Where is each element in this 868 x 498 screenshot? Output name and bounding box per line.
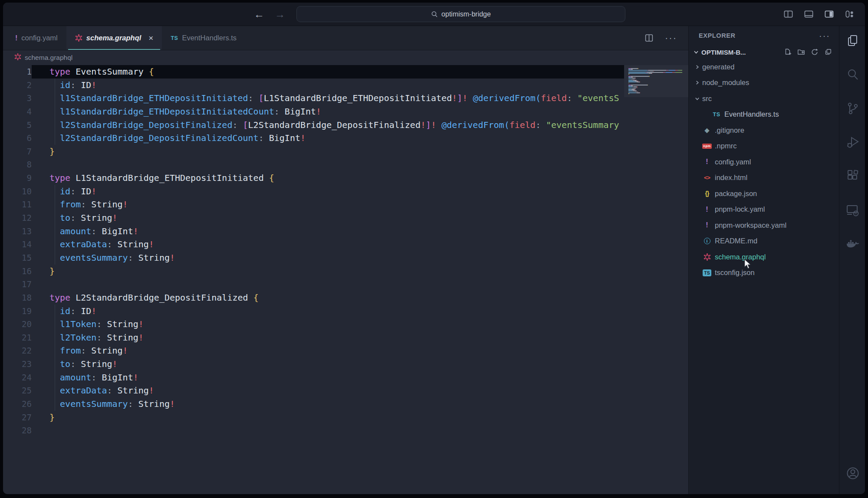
line-content: to: String! xyxy=(32,211,624,225)
minimap[interactable] xyxy=(624,65,688,494)
code-line-18[interactable]: 18type L2StandardBridge_DepositFinalized… xyxy=(3,291,688,305)
line-content: type EventsSummary { xyxy=(32,65,624,79)
indent-guide xyxy=(55,185,55,265)
refresh-explorer-icon[interactable] xyxy=(811,48,819,56)
file-README-md[interactable]: iREADME.md xyxy=(689,233,839,249)
code-line-10[interactable]: 10 id: ID! xyxy=(3,185,688,198)
forward-icon[interactable]: → xyxy=(275,9,285,20)
tab-config-yaml[interactable]: !config.yaml xyxy=(7,26,66,50)
docker-icon[interactable] xyxy=(845,237,860,251)
toggle-panel-icon[interactable] xyxy=(804,9,814,19)
source-control-icon[interactable] xyxy=(846,102,860,115)
editor-more-actions-icon[interactable]: ··· xyxy=(665,33,677,43)
line-content: } xyxy=(32,265,624,278)
workspace-section-header[interactable]: OPTIMISM-B... xyxy=(689,45,839,59)
code-line-2[interactable]: 2 id: ID! xyxy=(3,79,688,92)
code-line-1[interactable]: 1type EventsSummary { xyxy=(3,65,688,79)
code-line-11[interactable]: 11 from: String! xyxy=(3,198,688,211)
line-content: l2Token: String! xyxy=(32,331,624,344)
account-icon[interactable] xyxy=(845,465,861,481)
explorer-title: EXPLORER xyxy=(699,32,736,39)
item-label: pnpm-lock.yaml xyxy=(715,205,765,213)
breadcrumb[interactable]: schema.graphql xyxy=(3,50,688,65)
line-content: l1Token: String! xyxy=(32,318,624,331)
line-number: 28 xyxy=(3,424,32,437)
code-line-28[interactable]: 28 xyxy=(3,424,688,437)
explorer-more-actions-icon[interactable]: ··· xyxy=(819,31,830,40)
code-line-26[interactable]: 26 eventsSummary: String! xyxy=(3,397,688,411)
code-editor[interactable]: 1type EventsSummary {2 id: ID!3 l1Standa… xyxy=(3,65,688,494)
run-debug-icon[interactable] xyxy=(846,135,860,149)
tab-schema-graphql[interactable]: schema.graphql× xyxy=(66,26,162,50)
extensions-icon[interactable] xyxy=(846,169,860,183)
code-line-9[interactable]: 9type L1StandardBridge_ETHDepositInitiat… xyxy=(3,171,688,185)
graphql-icon xyxy=(14,53,21,60)
file-index-html[interactable]: <>index.html xyxy=(689,170,839,186)
code-line-12[interactable]: 12 to: String! xyxy=(3,211,688,225)
code-line-4[interactable]: 4 l1StandardBridge_ETHDepositInitiatedCo… xyxy=(3,105,688,118)
file-EventHandlers-ts[interactable]: TSEventHandlers.ts xyxy=(689,107,839,123)
code-line-13[interactable]: 13 amount: BigInt! xyxy=(3,225,688,238)
remote-explorer-icon[interactable] xyxy=(846,203,860,217)
code-line-6[interactable]: 6 l2StandardBridge_DepositFinalizedCount… xyxy=(3,131,688,145)
line-content xyxy=(32,158,624,171)
command-center-search[interactable]: optimism-bridge xyxy=(296,6,625,22)
line-content: amount: BigInt! xyxy=(32,225,624,238)
code-line-5[interactable]: 5 l2StandardBridge_DepositFinalized: [L2… xyxy=(3,118,688,132)
code-line-8[interactable]: 8 xyxy=(3,158,688,171)
line-number: 15 xyxy=(3,251,32,265)
new-file-icon[interactable] xyxy=(784,48,792,56)
code-line-21[interactable]: 21 l2Token: String! xyxy=(3,331,688,344)
code-line-19[interactable]: 19 id: ID! xyxy=(3,305,688,318)
line-number: 20 xyxy=(3,318,32,331)
line-content: } xyxy=(32,411,624,424)
line-content: id: ID! xyxy=(32,305,624,318)
code-line-15[interactable]: 15 eventsSummary: String! xyxy=(3,251,688,265)
code-line-7[interactable]: 7} xyxy=(3,145,688,158)
code-line-20[interactable]: 20 l1Token: String! xyxy=(3,318,688,331)
toggle-primary-sidebar-icon[interactable] xyxy=(783,9,793,19)
code-line-3[interactable]: 3 l1StandardBridge_ETHDepositInitiated: … xyxy=(3,92,688,105)
typescript-icon: TS xyxy=(171,35,178,41)
code-line-14[interactable]: 14 extraData: String! xyxy=(3,238,688,251)
folder-generated[interactable]: generated xyxy=(689,59,839,75)
tab-bar: !config.yaml schema.graphql×TSEventHandl… xyxy=(3,26,688,50)
file--npmrc[interactable]: npm.npmrc xyxy=(689,138,839,154)
file-tsconfig-json[interactable]: TStsconfig.json xyxy=(689,265,839,281)
search-icon[interactable] xyxy=(846,68,860,82)
item-label: pnpm-workspace.yaml xyxy=(715,221,786,229)
new-folder-icon[interactable] xyxy=(797,48,805,56)
code-line-27[interactable]: 27} xyxy=(3,411,688,424)
close-tab-icon[interactable]: × xyxy=(148,33,153,43)
code-line-22[interactable]: 22 from: String! xyxy=(3,344,688,357)
code-line-25[interactable]: 25 extraData: String! xyxy=(3,384,688,397)
line-number: 2 xyxy=(3,79,32,92)
code-line-24[interactable]: 24 amount: BigInt! xyxy=(3,371,688,384)
code-line-16[interactable]: 16} xyxy=(3,265,688,278)
toggle-secondary-sidebar-icon[interactable] xyxy=(824,9,834,19)
file--gitignore[interactable]: ◆.gitignore xyxy=(689,122,839,138)
search-icon xyxy=(431,11,438,18)
code-line-17[interactable]: 17 xyxy=(3,278,688,291)
back-icon[interactable]: ← xyxy=(254,9,264,20)
code-line-23[interactable]: 23 to: String! xyxy=(3,357,688,371)
line-number: 11 xyxy=(3,198,32,211)
file-config-yaml[interactable]: !config.yaml xyxy=(689,154,839,170)
line-number: 17 xyxy=(3,278,32,291)
tab-EventHandlers-ts[interactable]: TSEventHandlers.ts xyxy=(162,26,245,50)
file-schema-graphql[interactable]: schema.graphql xyxy=(689,249,839,265)
folder-node-modules[interactable]: node_modules xyxy=(689,75,839,91)
title-bar: ← → optimism-bridge xyxy=(3,3,865,26)
collapse-folders-icon[interactable] xyxy=(824,48,832,56)
chevron-right-icon xyxy=(694,64,702,70)
yaml-icon: ! xyxy=(706,206,708,213)
file-package-json[interactable]: {}package.json xyxy=(689,186,839,202)
customize-layout-icon[interactable] xyxy=(845,9,855,19)
explorer-icon[interactable] xyxy=(846,34,860,48)
file-pnpm-lock-yaml[interactable]: !pnpm-lock.yaml xyxy=(689,202,839,218)
item-label: index.html xyxy=(715,174,747,182)
file-pnpm-workspace-yaml[interactable]: !pnpm-workspace.yaml xyxy=(689,217,839,233)
split-editor-icon[interactable] xyxy=(644,33,654,43)
json-icon: {} xyxy=(705,190,709,197)
folder-src[interactable]: src xyxy=(689,91,839,107)
